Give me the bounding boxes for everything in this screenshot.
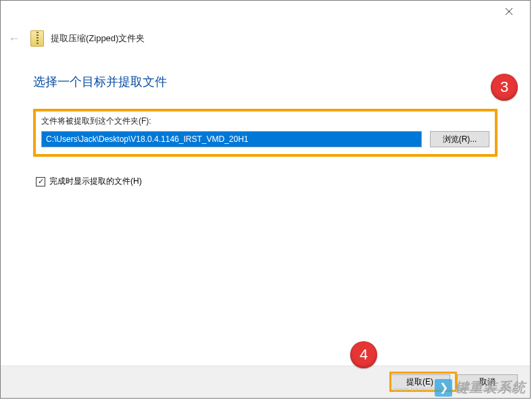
titlebar	[1, 1, 530, 22]
annotation-badge-3: 3	[491, 74, 518, 101]
show-files-row: 完成时显示提取的文件(H)	[33, 176, 498, 187]
zip-folder-icon	[30, 30, 44, 47]
browse-button[interactable]: 浏览(R)...	[430, 131, 489, 147]
destination-label: 文件将被提取到这个文件夹(F):	[41, 116, 489, 127]
show-files-checkbox[interactable]	[36, 177, 45, 186]
annotation-badge-4: 4	[350, 341, 377, 368]
show-files-label: 完成时显示提取的文件(H)	[49, 176, 142, 187]
close-icon	[505, 7, 513, 16]
destination-row: 浏览(R)...	[41, 131, 489, 147]
wizard-header: ← 提取压缩(Zipped)文件夹	[1, 22, 530, 55]
content-area: 选择一个目标并提取文件 文件将被提取到这个文件夹(F): 浏览(R)... 完成…	[1, 55, 530, 366]
destination-group-highlight: 文件将被提取到这个文件夹(F): 浏览(R)...	[33, 109, 498, 157]
extract-button[interactable]: 提取(E)	[389, 374, 450, 391]
destination-path-input[interactable]	[41, 131, 422, 147]
back-button[interactable]: ←	[5, 29, 24, 48]
close-button[interactable]	[495, 3, 523, 20]
wizard-title: 提取压缩(Zipped)文件夹	[51, 32, 145, 45]
footer-bar: 提取(E) 取消	[1, 366, 530, 398]
cancel-button[interactable]: 取消	[457, 374, 518, 391]
back-arrow-icon: ←	[8, 32, 20, 46]
page-heading: 选择一个目标并提取文件	[33, 74, 498, 90]
